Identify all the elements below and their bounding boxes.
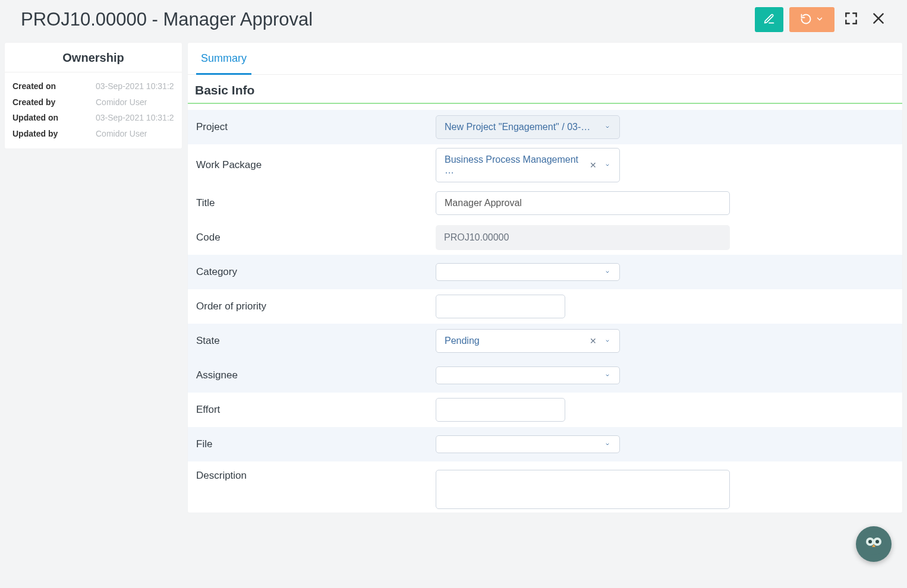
chevron-down-icon [604, 163, 611, 167]
tab-summary[interactable]: Summary [196, 43, 251, 75]
meta-label: Created on [12, 78, 96, 94]
field-label: Order of priority [195, 301, 436, 312]
field-label: Description [195, 470, 436, 482]
field-label: Assignee [195, 369, 436, 381]
field-label: File [195, 438, 436, 450]
code-readonly: PROJ10.00000 [436, 225, 730, 250]
meta-label: Created by [12, 94, 96, 110]
field-row-code: Code PROJ10.00000 [188, 220, 902, 255]
clear-icon[interactable]: ✕ [590, 160, 597, 170]
chevron-down-icon [604, 270, 611, 274]
meta-label: Updated on [12, 110, 96, 126]
description-textarea[interactable] [436, 470, 730, 509]
file-select[interactable] [436, 435, 620, 453]
pencil-icon [763, 13, 775, 27]
title-input[interactable] [436, 191, 730, 215]
refresh-icon [800, 13, 812, 27]
close-icon [871, 11, 886, 29]
field-row-state: State Pending ✕ [188, 324, 902, 358]
project-value: New Project "Engagement" / 03-… [445, 122, 590, 132]
order-priority-input[interactable] [436, 295, 565, 318]
meta-label: Updated by [12, 126, 96, 142]
state-value: Pending [445, 336, 480, 346]
field-label: Code [195, 232, 436, 244]
chevron-down-icon [604, 339, 611, 343]
work-package-value: Business Process Management … [445, 154, 582, 176]
meta-row: Created on 03-Sep-2021 10:31:25 [12, 78, 174, 94]
close-button[interactable] [868, 9, 889, 30]
field-label: Work Package [195, 159, 436, 171]
fullscreen-icon [843, 11, 859, 29]
field-row-title: Title [188, 186, 902, 220]
assignee-select[interactable] [436, 366, 620, 384]
chevron-down-icon [604, 442, 611, 447]
meta-row: Updated on 03-Sep-2021 10:31:25 [12, 110, 174, 126]
clear-icon[interactable]: ✕ [590, 336, 597, 346]
page-title: PROJ10.00000 - Manager Approval [21, 9, 313, 30]
ownership-table: Created on 03-Sep-2021 10:31:25 Created … [5, 72, 182, 144]
field-label: Category [195, 266, 436, 278]
field-row-assignee: Assignee [188, 358, 902, 393]
field-row-category: Category [188, 255, 902, 289]
meta-value: Comidor User [96, 126, 147, 142]
effort-field[interactable] [445, 404, 556, 415]
chevron-down-icon [604, 125, 611, 129]
category-select[interactable] [436, 263, 620, 281]
meta-row: Created by Comidor User [12, 94, 174, 110]
title-input-field[interactable] [445, 198, 721, 208]
chevron-down-icon [815, 15, 824, 25]
state-select[interactable]: Pending ✕ [436, 329, 620, 353]
field-row-project: Project New Project "Engagement" / 03-… [188, 110, 902, 144]
svg-point-6 [875, 540, 879, 543]
ownership-panel: Ownership Created on 03-Sep-2021 10:31:2… [5, 43, 182, 148]
field-label: Title [195, 197, 436, 209]
fullscreen-button[interactable] [840, 9, 862, 30]
field-label: State [195, 335, 436, 347]
meta-value: 03-Sep-2021 10:31:25 [96, 110, 174, 126]
meta-row: Updated by Comidor User [12, 126, 174, 142]
meta-value: Comidor User [96, 94, 147, 110]
field-row-description: Description [188, 461, 902, 513]
assistant-button[interactable] [856, 526, 892, 562]
order-priority-field[interactable] [445, 301, 556, 312]
ownership-title: Ownership [5, 43, 182, 72]
svg-point-5 [868, 540, 872, 543]
field-row-file: File [188, 427, 902, 461]
field-row-effort: Effort [188, 393, 902, 427]
tabs: Summary [188, 43, 902, 75]
field-row-work-package: Work Package Business Process Management… [188, 144, 902, 186]
meta-value: 03-Sep-2021 10:31:25 [96, 78, 174, 94]
work-package-select[interactable]: Business Process Management … ✕ [436, 148, 620, 182]
effort-input[interactable] [436, 398, 565, 422]
refresh-dropdown-button[interactable] [789, 7, 834, 32]
field-label: Project [195, 121, 436, 133]
chevron-down-icon [604, 373, 611, 378]
project-select[interactable]: New Project "Engagement" / 03-… [436, 115, 620, 139]
header-actions [755, 7, 889, 32]
owl-icon [862, 531, 886, 557]
field-row-order-priority: Order of priority [188, 289, 902, 324]
content-panel: Summary Basic Info Project New Project "… [188, 43, 902, 513]
field-label: Effort [195, 404, 436, 416]
edit-button[interactable] [755, 7, 783, 32]
section-title: Basic Info [188, 75, 902, 104]
